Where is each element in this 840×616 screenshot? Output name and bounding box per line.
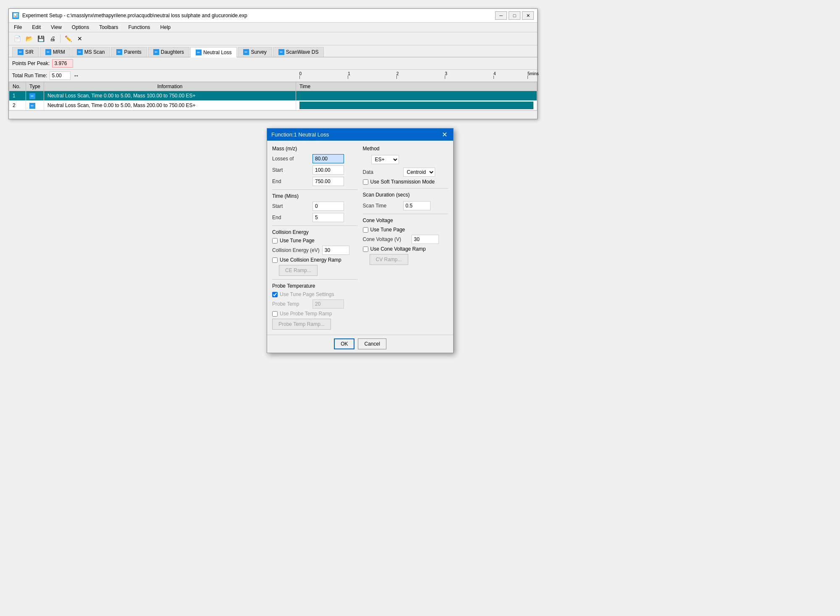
tab-parents[interactable]: ✏ Parents	[111, 47, 147, 57]
mass-section: Mass (m/z) Losses of Start End	[272, 146, 358, 186]
data-label: Data	[363, 169, 401, 175]
scan-duration-section: Scan Duration (secs) Scan Time	[363, 192, 449, 210]
scan-duration-title: Scan Duration (secs)	[363, 192, 449, 198]
neutral-loss-tab-icon: ✏	[196, 50, 202, 55]
use-tune-page-checkbox[interactable]	[272, 238, 278, 244]
points-per-peak-label: Points Per Peak:	[12, 60, 50, 66]
use-tune-page-settings-checkbox[interactable]	[272, 292, 278, 297]
tab-neutral-loss[interactable]: ✏ Neutral Loss	[190, 47, 237, 58]
time-end-input[interactable]	[312, 213, 344, 222]
probe-temp-input	[312, 299, 344, 309]
menu-view[interactable]: View	[49, 24, 63, 31]
tab-scanwave-ds[interactable]: ✏ ScanWave DS	[273, 47, 324, 57]
probe-temp-section: Probe Temperature Use Tune Page Settings…	[272, 283, 358, 330]
probe-temp-ramp-button: Probe Temp Ramp...	[272, 319, 331, 330]
use-probe-temp-ramp-checkbox[interactable]	[272, 311, 278, 317]
table-row[interactable]: 1 ✏ Neutral Loss Scan, Time 0.00 to 5.00…	[9, 91, 537, 101]
cv-ramp-button: CV Ramp...	[370, 254, 408, 265]
time-section: Time (Mins) Start End	[272, 193, 358, 222]
run-time-label: Total Run Time:	[12, 73, 47, 79]
close-button[interactable]: ✕	[522, 11, 534, 20]
cancel-button[interactable]: Cancel	[358, 338, 386, 349]
new-button[interactable]: 📄	[12, 34, 22, 44]
row2-time	[296, 101, 537, 110]
menu-bar: File Edit View Options Toolbars Function…	[9, 23, 537, 32]
table-row[interactable]: 2 ✏ Neutral Loss Scan, Time 0.00 to 5.00…	[9, 101, 537, 110]
run-time-bar: Total Run Time: ↔	[9, 70, 294, 81]
menu-file[interactable]: File	[12, 24, 24, 31]
use-cone-voltage-ramp-checkbox[interactable]	[363, 246, 368, 252]
probe-temp-title: Probe Temperature	[272, 283, 358, 289]
probe-temp-row: Probe Temp	[272, 299, 358, 309]
maximize-button[interactable]: □	[509, 11, 520, 20]
cone-voltage-input[interactable]	[412, 235, 439, 244]
time-start-input[interactable]	[312, 202, 344, 211]
menu-functions[interactable]: Functions	[127, 24, 152, 31]
soft-transmission-row: Use Soft Transmission Mode	[363, 179, 449, 185]
scan-time-row: Scan Time	[363, 201, 449, 210]
col-time: Time	[296, 82, 537, 91]
open-button[interactable]: 📂	[24, 34, 34, 44]
ms-scan-tab-icon: ✏	[77, 49, 83, 55]
mass-start-label: Start	[272, 167, 310, 173]
dialog-close-button[interactable]: ✕	[440, 131, 449, 139]
print-button[interactable]: 🖨	[47, 34, 58, 44]
row2-time-bar	[299, 102, 533, 109]
menu-toolbars[interactable]: Toolbars	[97, 24, 120, 31]
tab-survey[interactable]: ✏ Survey	[238, 47, 272, 57]
tab-mrm[interactable]: ✏ MRM	[40, 47, 71, 57]
mass-section-title: Mass (m/z)	[272, 146, 358, 152]
tick-mark-5	[528, 76, 528, 79]
row1-time	[296, 91, 537, 101]
collision-energy-row: Collision Energy (eV)	[272, 246, 358, 255]
minimize-button[interactable]: ─	[495, 11, 507, 20]
save-button[interactable]: 💾	[36, 34, 46, 44]
menu-edit[interactable]: Edit	[30, 24, 42, 31]
mrm-tab-icon: ✏	[45, 49, 51, 55]
soft-transmission-checkbox[interactable]	[363, 179, 368, 185]
mass-end-label: End	[272, 178, 310, 184]
tick-mark-4	[494, 76, 494, 79]
scan-time-input[interactable]	[403, 201, 430, 210]
menu-options[interactable]: Options	[70, 24, 91, 31]
arrow-icon: ↔	[73, 72, 79, 79]
losses-of-input[interactable]	[312, 154, 344, 163]
cone-use-tune-page-label: Use Tune Page	[370, 227, 405, 233]
tab-ms-scan[interactable]: ✏ MS Scan	[71, 47, 110, 57]
mass-end-input[interactable]	[312, 177, 344, 186]
tab-sir-label: SIR	[25, 49, 34, 55]
points-per-peak-input[interactable]	[52, 59, 73, 68]
daughters-tab-icon: ✏	[153, 49, 159, 55]
survey-tab-icon: ✏	[243, 49, 249, 55]
soft-transmission-label: Use Soft Transmission Mode	[370, 179, 435, 185]
cone-use-tune-page-checkbox[interactable]	[363, 227, 368, 233]
scanwave-ds-tab-icon: ✏	[278, 49, 284, 55]
toolbar-divider	[60, 34, 60, 43]
delete-button[interactable]: ✕	[75, 34, 85, 44]
collision-energy-input[interactable]	[322, 246, 349, 255]
tab-daughters[interactable]: ✏ Daughters	[148, 47, 189, 57]
tick-5mins: 5mins	[528, 71, 539, 76]
data-select[interactable]: Centroid Profile	[403, 168, 435, 177]
menu-help[interactable]: Help	[159, 24, 173, 31]
run-time-input[interactable]	[50, 71, 71, 80]
method-select[interactable]: ES+ ES- APCI+ APCI-	[371, 155, 399, 164]
row1-info: Neutral Loss Scan, Time 0.00 to 5.00, Ma…	[44, 91, 296, 101]
sir-tab-icon: ✏	[18, 49, 24, 55]
row1-edit-icon: ✏	[29, 93, 35, 99]
use-tune-page-settings-label: Use Tune Page Settings	[280, 291, 334, 297]
use-cone-voltage-ramp-row: Use Cone Voltage Ramp	[363, 246, 449, 252]
mass-start-input[interactable]	[312, 165, 344, 175]
row1-time-bar	[299, 92, 533, 100]
col-type: Type	[26, 82, 44, 91]
tab-sir[interactable]: ✏ SIR	[12, 47, 39, 57]
timeline-header: 0 1 2 3 4 5mins	[294, 70, 537, 81]
tab-scanwave-ds-label: ScanWave DS	[286, 49, 319, 55]
edit-button[interactable]: ✏️	[63, 34, 73, 44]
window-title: Experiment Setup - c:\masslynx\methapyri…	[22, 13, 247, 18]
ok-button[interactable]: OK	[334, 338, 354, 349]
main-window: 📊 Experiment Setup - c:\masslynx\methapy…	[8, 8, 538, 119]
use-ce-ramp-checkbox[interactable]	[272, 257, 278, 263]
collision-energy-title: Collision Energy	[272, 229, 358, 235]
status-bar	[9, 110, 537, 119]
